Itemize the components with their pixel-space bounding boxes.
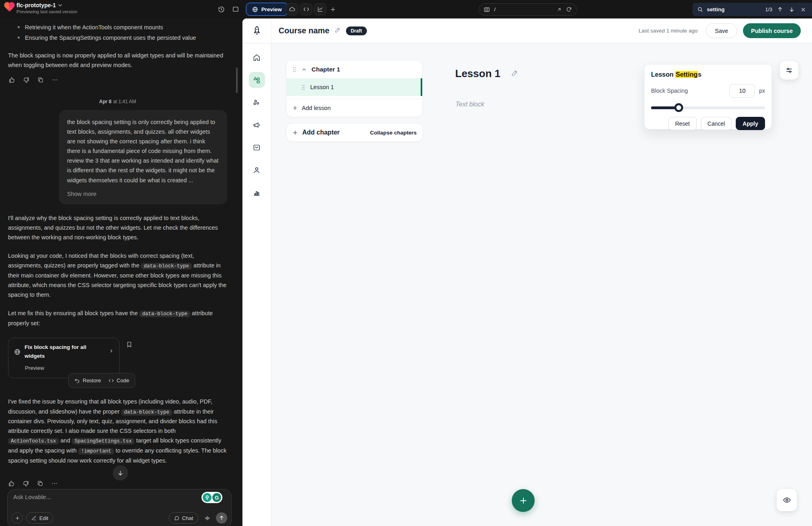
- collapse-chapters-link[interactable]: Collapse chapters: [370, 130, 417, 136]
- block-spacing-input[interactable]: [729, 84, 755, 98]
- find-next-icon[interactable]: [788, 6, 796, 14]
- version-toolbar: Restore Code: [68, 373, 135, 388]
- add-tab-icon[interactable]: [328, 5, 337, 14]
- show-more-link[interactable]: Show more: [67, 189, 219, 199]
- history-icon[interactable]: [217, 5, 226, 14]
- chapter-header[interactable]: Chapter 1: [287, 61, 422, 78]
- code-view-button[interactable]: [300, 3, 312, 15]
- lesson-item-label: Lesson 1: [310, 84, 334, 90]
- edit-lesson-title-icon[interactable]: [511, 69, 519, 78]
- edit-mode-button[interactable]: Edit: [26, 512, 53, 524]
- search-highlight: Setting: [675, 71, 698, 78]
- sidebar-item-community[interactable]: [249, 94, 265, 110]
- text-block-placeholder[interactable]: Text block: [456, 101, 484, 108]
- chat-input[interactable]: [13, 493, 166, 510]
- find-close-icon[interactable]: [799, 6, 807, 14]
- add-block-fab[interactable]: [512, 489, 535, 512]
- sidebar-item-courses[interactable]: [249, 72, 265, 88]
- thumbs-up-icon[interactable]: [8, 76, 15, 84]
- publish-course-button[interactable]: Publish course: [743, 23, 801, 38]
- lesson-list-item[interactable]: Lesson 1: [287, 78, 422, 96]
- message-actions-partial: [8, 480, 59, 487]
- thumbs-down-icon[interactable]: [22, 76, 30, 84]
- plus-icon: [15, 516, 20, 521]
- find-previous-icon[interactable]: [776, 6, 784, 14]
- scroll-to-bottom-button[interactable]: [113, 465, 128, 481]
- more-options-icon[interactable]: [51, 76, 59, 84]
- bookmark-icon[interactable]: [126, 341, 133, 348]
- topbar: flc-prototype-1 Previewing last saved ve…: [0, 0, 812, 18]
- more-options-icon[interactable]: [51, 480, 59, 487]
- user-message-text: the block spacing setting is only correc…: [67, 117, 219, 185]
- chat-scrollbar[interactable]: [236, 67, 238, 93]
- url-bar[interactable]: /: [478, 3, 577, 16]
- slider-thumb[interactable]: [674, 103, 683, 112]
- preview-button[interactable]: Preview: [246, 3, 288, 16]
- edit-course-title-icon[interactable]: [334, 27, 341, 35]
- thumbs-up-icon[interactable]: [8, 480, 15, 487]
- assistant-paragraph: Let me fix this by ensuring all block ty…: [8, 308, 227, 328]
- assistant-summary: The block spacing is now properly applie…: [8, 51, 227, 70]
- add-chapter-button[interactable]: Add chapter: [292, 129, 340, 136]
- arrow-up-icon: [219, 515, 224, 521]
- apply-button[interactable]: Apply: [736, 117, 765, 130]
- sidebar-item-analytics[interactable]: [249, 184, 265, 200]
- user-message-bubble: the block spacing setting is only correc…: [59, 110, 227, 204]
- project-status: Previewing last saved version: [16, 9, 77, 14]
- bullet-item: Ensuring the SpacingSettings component u…: [8, 33, 227, 43]
- collapse-chapter-icon[interactable]: [301, 67, 307, 72]
- chat-mode-button[interactable]: Chat: [169, 512, 198, 524]
- save-button[interactable]: Save: [706, 23, 737, 38]
- project-menu[interactable]: flc-prototype-1 Previewing last saved ve…: [6, 2, 77, 14]
- chapter-title: Chapter 1: [311, 66, 340, 73]
- chevron-down-icon: [58, 3, 62, 7]
- panel-toggle-icon[interactable]: [231, 5, 240, 14]
- chat-panel: Retrieving it when the ActionTools compo…: [0, 18, 238, 526]
- app-sidebar-rail: [242, 18, 271, 526]
- sidebar-item-marketing[interactable]: [249, 117, 265, 133]
- refresh-icon[interactable]: [566, 6, 572, 12]
- display-settings-button[interactable]: [780, 61, 798, 80]
- thumbs-down-icon[interactable]: [22, 480, 30, 487]
- restore-button[interactable]: Restore: [74, 376, 101, 385]
- reset-button[interactable]: Reset: [668, 117, 697, 130]
- voice-input-icon[interactable]: [201, 512, 213, 524]
- open-external-icon[interactable]: [556, 7, 562, 12]
- cancel-button[interactable]: Cancel: [701, 117, 732, 130]
- search-icon: [697, 6, 703, 12]
- add-lesson-button[interactable]: Add lesson: [287, 99, 422, 117]
- sidebar-item-inbox[interactable]: [249, 139, 265, 155]
- find-bar: setting 1/3: [692, 3, 812, 16]
- drag-handle-icon[interactable]: [301, 84, 305, 90]
- inbox-icon: [252, 143, 261, 152]
- cloud-button[interactable]: [286, 3, 298, 15]
- app-logo[interactable]: [242, 18, 271, 43]
- code-button[interactable]: Code: [108, 376, 129, 385]
- app-preview: Course name Draft Last saved 1 minute ag…: [242, 18, 812, 526]
- preview-mode-button[interactable]: [777, 489, 797, 511]
- settings-panel-title: Lesson Settings: [651, 71, 765, 78]
- screen: flc-prototype-1 Previewing last saved ve…: [0, 0, 812, 526]
- sidebar-item-home[interactable]: [249, 49, 265, 65]
- circles-icon: [252, 98, 261, 107]
- attach-button[interactable]: [12, 512, 23, 524]
- sidebar-item-profile[interactable]: [249, 162, 265, 178]
- lesson-page-title: Lesson 1: [455, 67, 501, 80]
- url-path[interactable]: /: [494, 6, 552, 12]
- block-spacing-slider[interactable]: [651, 103, 765, 112]
- person-icon: [252, 166, 261, 174]
- copy-icon[interactable]: [37, 480, 44, 487]
- analytics-button[interactable]: [314, 3, 326, 15]
- edit-pen-icon: [31, 516, 37, 521]
- edit-action-card[interactable]: Fix block spacing for all widgets Previe…: [8, 338, 120, 378]
- send-button[interactable]: [216, 512, 227, 524]
- project-name: flc-prototype-1: [16, 2, 56, 8]
- chat-bubble-icon: [174, 515, 179, 521]
- unit-label: px: [759, 88, 765, 94]
- cloud-icon: [289, 6, 295, 12]
- shapes-icon: [252, 76, 261, 84]
- grammarly-badge[interactable]: ⚲ G: [201, 492, 222, 503]
- drag-handle-icon[interactable]: [292, 67, 297, 73]
- search-input[interactable]: setting: [707, 6, 762, 12]
- copy-icon[interactable]: [37, 76, 44, 84]
